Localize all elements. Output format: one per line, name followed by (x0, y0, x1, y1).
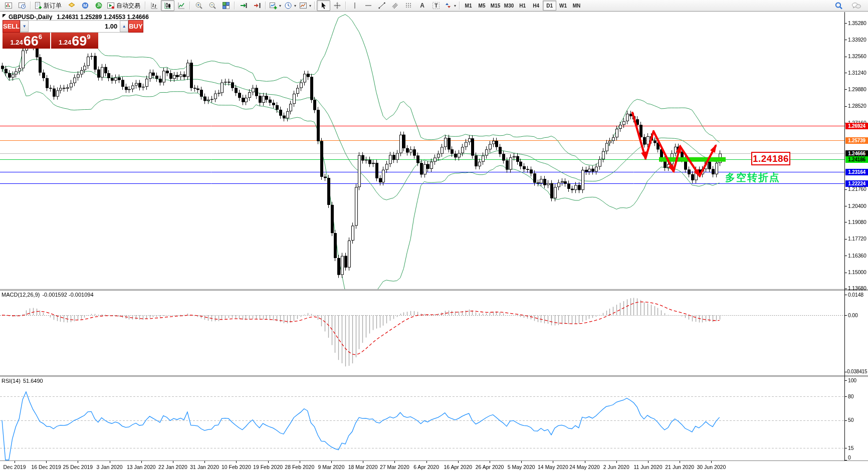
buy-price-big: 69 (72, 35, 87, 48)
autotrade-button[interactable]: 自动交易 (105, 0, 143, 11)
templates-button[interactable]: ▾ (298, 0, 313, 11)
timeframe-d1-button[interactable]: D1 (543, 1, 556, 11)
buy-price-small: 1.24 (59, 39, 71, 46)
timeframe-w1-button[interactable]: W1 (556, 1, 570, 11)
clock-icon (284, 2, 292, 10)
candlestick-chart-icon (164, 2, 172, 10)
horizontal-line-icon (364, 2, 372, 10)
search-icon (834, 2, 843, 10)
text-tool-icon: A (420, 2, 424, 9)
timeframe-m1-button[interactable]: M1 (462, 1, 475, 11)
buy-price-quote[interactable]: 1.24699 (51, 33, 99, 49)
community-button[interactable]: M (78, 0, 92, 11)
macd-name: MACD(12,26,9) (2, 292, 40, 298)
signals-button[interactable] (92, 0, 105, 11)
horizontal-line-tool-button[interactable] (361, 0, 375, 11)
buy-price-pip: 9 (87, 33, 90, 41)
sell-price-small: 1.24 (10, 39, 23, 46)
auto-scroll-button[interactable] (237, 0, 250, 11)
chart-title: GBPUSD-,Daily1.24631 1.25289 1.24553 1.2… (9, 14, 149, 21)
rsi-name: RSI(14) (2, 378, 21, 384)
sell-price-big: 66 (24, 35, 39, 48)
sell-price-pip: 6 (39, 33, 42, 41)
profiles-icon (18, 2, 26, 10)
chart-canvas[interactable] (0, 0, 868, 472)
line-chart-button[interactable] (174, 0, 188, 11)
line-chart-icon (177, 2, 185, 10)
zoom-out-button[interactable] (205, 0, 219, 11)
text-label-tool-button[interactable]: T (429, 0, 443, 11)
trendline-icon (378, 2, 386, 10)
volume-input[interactable] (29, 21, 120, 32)
zoom-in-icon (195, 2, 203, 10)
periods-button[interactable]: ▾ (283, 0, 298, 11)
profiles-button[interactable] (15, 0, 29, 11)
timeframe-mn-button[interactable]: MN (570, 1, 583, 11)
vertical-line-tool-button[interactable] (348, 0, 361, 11)
sell-button[interactable]: SELL (3, 20, 20, 33)
search-button[interactable] (832, 0, 845, 11)
chart-shift-button[interactable] (250, 0, 264, 11)
toolbar: 新订单 M 自动交易 ▾ ▾ ▾ A T ▾ M1M5M15M30H1H4D1W… (0, 0, 868, 12)
volume-increase-button[interactable]: ▲ (120, 21, 128, 32)
equidistant-channel-icon (391, 2, 399, 10)
annotation-note-text[interactable]: 多空转折点 (725, 171, 780, 184)
toolbar-separator (265, 2, 266, 10)
arrows-tool-button[interactable]: ▾ (443, 0, 458, 11)
zoom-out-icon (208, 2, 216, 10)
toolbar-separator (234, 2, 235, 10)
text-tool-button[interactable]: A (415, 0, 429, 11)
templates-icon (299, 2, 307, 10)
price-tag-label[interactable]: 1.24186 (751, 152, 790, 165)
chevron-down-icon: ▾ (454, 4, 456, 8)
bar-chart-button[interactable] (147, 0, 161, 11)
indicators-button[interactable]: ▾ (268, 0, 283, 11)
timeframe-m15-button[interactable]: M15 (489, 1, 502, 11)
toolbar-right-group (832, 0, 868, 11)
arrows-icon (444, 2, 452, 10)
new-order-icon (34, 2, 42, 10)
one-click-trading-panel: SELL ▼ ▲ BUY 1.24666 1.24699 (3, 20, 98, 49)
toolbar-separator (145, 2, 146, 10)
chevron-down-icon: ▾ (294, 4, 296, 8)
trendline-tool-button[interactable] (375, 0, 388, 11)
macd-indicator-label: MACD(12,26,9)-0.001592 -0.001094 (2, 292, 94, 298)
autotrade-label: 自动交易 (116, 2, 140, 10)
timeframe-m5-button[interactable]: M5 (475, 1, 489, 11)
timeframe-m30-button[interactable]: M30 (502, 1, 516, 11)
navigator-icon (68, 2, 76, 10)
tile-windows-icon (222, 2, 230, 10)
toolbar-separator (189, 2, 190, 10)
object-anchor-icon: ◤ (3, 13, 6, 18)
volume-stepper: ▼ ▲ (20, 20, 128, 33)
new-chart-button[interactable] (2, 0, 15, 11)
new-order-button[interactable]: 新订单 (33, 0, 65, 11)
macd-values: -0.001592 -0.001094 (42, 292, 93, 298)
tile-windows-button[interactable] (219, 0, 233, 11)
toolbar-separator (345, 2, 346, 10)
equidistant-channel-tool-button[interactable] (388, 0, 402, 11)
chevron-down-icon: ▾ (309, 4, 311, 8)
zoom-in-button[interactable] (192, 0, 205, 11)
crosshair-tool-button[interactable] (330, 0, 344, 11)
candlestick-chart-button[interactable] (161, 0, 174, 11)
chat-button[interactable] (849, 0, 863, 11)
volume-decrease-button[interactable]: ▼ (20, 21, 29, 32)
text-label-icon: T (432, 2, 440, 10)
community-icon: M (81, 2, 89, 10)
buy-button[interactable]: BUY (128, 20, 143, 33)
toolbar-separator (314, 2, 315, 10)
svg-text:M: M (83, 3, 87, 8)
timeframe-h4-button[interactable]: H4 (529, 1, 543, 11)
toolbar-separator (459, 2, 460, 10)
auto-scroll-icon (240, 2, 248, 10)
timeframe-group: M1M5M15M30H1H4D1W1MN (462, 1, 583, 11)
fibonacci-tool-button[interactable] (402, 0, 415, 11)
timeframe-h1-button[interactable]: H1 (516, 1, 529, 11)
rsi-value: 51.6490 (23, 378, 43, 384)
new-chart-icon (5, 2, 13, 10)
sell-price-quote[interactable]: 1.24666 (3, 33, 50, 49)
vertical-line-icon (351, 2, 359, 10)
cursor-tool-button[interactable] (317, 0, 330, 11)
navigator-button[interactable] (65, 0, 78, 11)
